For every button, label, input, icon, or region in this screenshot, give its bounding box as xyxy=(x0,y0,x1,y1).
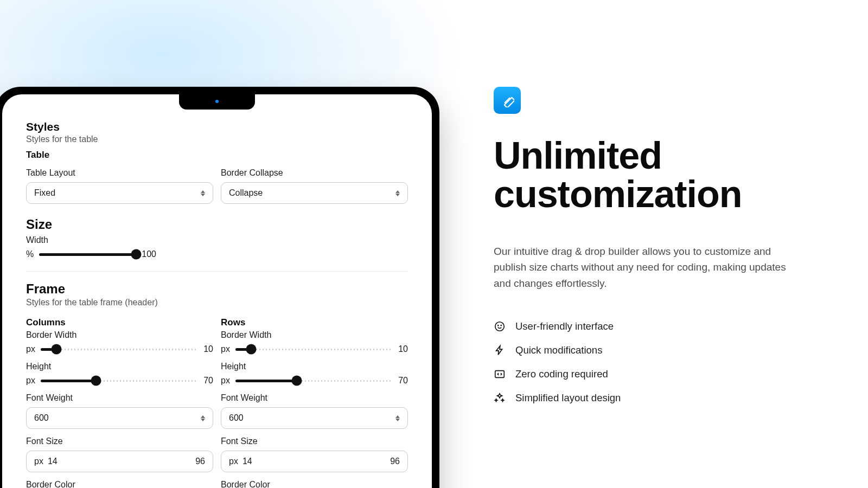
columns-height-unit: px xyxy=(26,376,35,386)
rows-font-weight-label: Font Weight xyxy=(221,393,408,403)
feature-item-quick: Quick modifications xyxy=(494,344,814,356)
select-stepper-icon xyxy=(395,190,400,196)
columns-border-width-slider[interactable] xyxy=(41,344,198,354)
size-title: Size xyxy=(26,217,408,232)
columns-height-slider[interactable] xyxy=(41,376,198,386)
feature-label: User-friendly interface xyxy=(515,320,614,332)
rows-height-slider-row: px 70 xyxy=(221,376,408,386)
table-label: Table xyxy=(26,150,408,160)
columns-height-slider-row: px 70 xyxy=(26,376,213,386)
columns-border-width-value: 10 xyxy=(203,344,213,354)
columns-font-size-left: 14 xyxy=(48,457,58,466)
rows-font-weight-value: 600 xyxy=(229,413,244,423)
columns-border-width-unit: px xyxy=(26,344,35,354)
rows-font-weight-select[interactable]: 600 xyxy=(221,407,408,429)
columns-font-weight-select[interactable]: 600 xyxy=(26,407,213,429)
feature-label: Zero coding required xyxy=(515,368,608,380)
rows-font-size-left: 14 xyxy=(242,457,252,466)
divider xyxy=(26,271,408,272)
width-value: 100 xyxy=(142,249,156,259)
svg-rect-7 xyxy=(495,371,505,378)
columns-border-width-label: Border Width xyxy=(26,330,213,340)
rows-title: Rows xyxy=(221,317,408,328)
width-slider[interactable] xyxy=(39,249,136,259)
sparkles-icon xyxy=(494,392,506,404)
columns-font-size-unit: px xyxy=(34,457,43,466)
tablet-screen: Styles Styles for the table Table Table … xyxy=(2,94,432,488)
frame-rows: Rows Border Width px 10 Height px xyxy=(221,312,408,488)
columns-title: Columns xyxy=(26,317,213,328)
table-layout-field: Table Layout Fixed xyxy=(26,166,213,204)
rows-height-value: 70 xyxy=(398,376,408,386)
styles-title: Styles xyxy=(26,120,408,133)
frame-subtitle: Styles for the table frame (header) xyxy=(26,298,408,307)
columns-font-weight-label: Font Weight xyxy=(26,393,213,403)
rows-font-size-unit: px xyxy=(229,457,238,466)
columns-font-size-label: Font Size xyxy=(26,436,213,446)
columns-height-value: 70 xyxy=(203,376,213,386)
svg-point-4 xyxy=(495,322,505,331)
rows-font-size-right: 96 xyxy=(390,457,400,466)
hero-description: Our intuitive drag & drop builder allows… xyxy=(494,243,797,291)
width-label: Width xyxy=(26,235,408,245)
width-slider-row: % 100 xyxy=(26,249,156,259)
rows-border-width-value: 10 xyxy=(398,344,408,354)
svg-line-3 xyxy=(508,98,509,99)
table-layout-label: Table Layout xyxy=(26,168,213,178)
hero-title-line2: customization xyxy=(494,173,742,215)
columns-height-label: Height xyxy=(26,362,213,371)
table-layout-select[interactable]: Fixed xyxy=(26,182,213,204)
rows-font-size-label: Font Size xyxy=(221,436,408,446)
rows-height-slider[interactable] xyxy=(235,376,393,386)
width-unit: % xyxy=(26,249,34,259)
frame-title: Frame xyxy=(26,281,408,297)
svg-point-6 xyxy=(501,325,501,326)
columns-font-size-right: 96 xyxy=(195,457,205,466)
styles-panel: Styles Styles for the table Table Table … xyxy=(2,94,432,488)
smile-icon xyxy=(494,320,506,332)
columns-border-color-label: Border Color xyxy=(26,480,213,488)
table-layout-value: Fixed xyxy=(34,188,55,198)
border-collapse-value: Collapse xyxy=(229,188,263,198)
rows-height-label: Height xyxy=(221,362,408,371)
lightning-icon xyxy=(494,344,506,356)
svg-line-2 xyxy=(507,100,508,101)
border-collapse-select[interactable]: Collapse xyxy=(221,182,408,204)
rows-border-width-unit: px xyxy=(221,344,230,354)
hero-title: Unlimited customization xyxy=(494,137,814,214)
rows-border-width-slider[interactable] xyxy=(235,344,393,354)
feature-item-layout: Simplified layout design xyxy=(494,392,814,404)
frame-columns: Columns Border Width px 10 Height px xyxy=(26,312,213,488)
feature-label: Quick modifications xyxy=(515,344,602,356)
feature-item-zero-code: Zero coding required xyxy=(494,368,814,380)
feature-item-friendly: User-friendly interface xyxy=(494,320,814,332)
rows-border-width-label: Border Width xyxy=(221,330,408,340)
columns-font-weight-value: 600 xyxy=(34,413,49,423)
hero-section: Unlimited customization Our intuitive dr… xyxy=(494,87,814,416)
rows-border-color-label: Border Color xyxy=(221,480,408,488)
feature-label: Simplified layout design xyxy=(515,392,621,404)
border-collapse-label: Border Collapse xyxy=(221,168,408,178)
svg-line-1 xyxy=(505,101,506,102)
select-stepper-icon xyxy=(395,415,400,421)
border-collapse-field: Border Collapse Collapse xyxy=(221,166,408,204)
svg-point-5 xyxy=(498,325,499,326)
tablet-device-frame: Styles Styles for the table Table Table … xyxy=(0,87,439,488)
tablet-notch xyxy=(179,94,255,110)
ruler-icon xyxy=(494,87,521,114)
hero-title-line1: Unlimited xyxy=(494,134,662,177)
rows-height-unit: px xyxy=(221,376,230,386)
select-stepper-icon xyxy=(201,415,205,421)
code-icon xyxy=(494,368,506,380)
select-stepper-icon xyxy=(201,190,205,196)
rows-border-width-slider-row: px 10 xyxy=(221,344,408,354)
styles-subtitle: Styles for the table xyxy=(26,134,408,144)
columns-font-size-input[interactable]: px 14 96 xyxy=(26,451,213,472)
columns-border-width-slider-row: px 10 xyxy=(26,344,213,354)
rows-font-size-input[interactable]: px 14 96 xyxy=(221,451,408,472)
